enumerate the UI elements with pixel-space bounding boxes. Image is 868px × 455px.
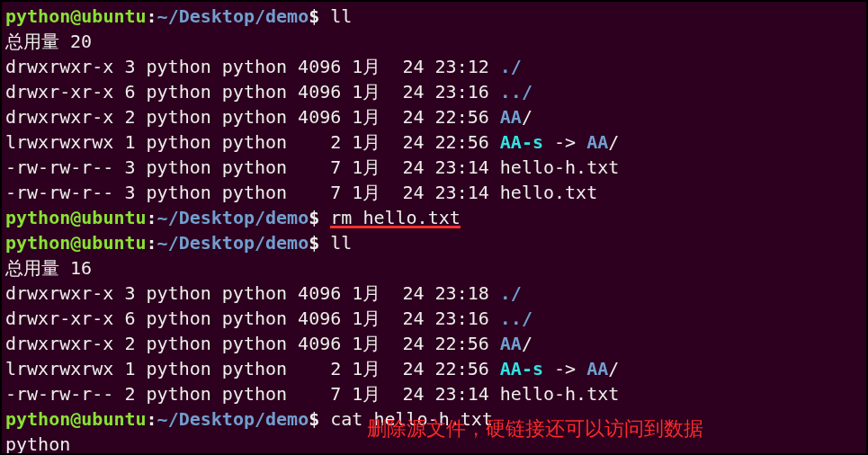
prompt-colon: :: [147, 232, 157, 254]
prompt-sigil: $: [309, 207, 319, 228]
list-item: drwxrwxr-x 2 python python 4096 1月 24 22…: [5, 331, 863, 356]
prompt-host: ubuntu: [81, 408, 146, 430]
command-text: ll: [330, 5, 352, 27]
list-item: lrwxrwxrwx 1 python python 2 1月 24 22:56…: [5, 356, 863, 381]
dir-name: ./: [500, 282, 522, 304]
file-name: hello-h.txt: [500, 156, 619, 178]
prompt-line: python@ubuntu:~/Desktop/demo$ rm hello.t…: [5, 205, 863, 230]
prompt-host: ubuntu: [81, 232, 146, 254]
prompt-line: python@ubuntu:~/Desktop/demo$ ll: [5, 4, 863, 29]
list-item: drwxrwxr-x 3 python python 4096 1月 24 23…: [5, 54, 863, 79]
list-item: lrwxrwxrwx 1 python python 2 1月 24 22:56…: [5, 129, 863, 155]
dir-name: ./: [500, 56, 522, 77]
symlink-target: AA: [586, 358, 608, 379]
prompt-sigil: $: [309, 232, 319, 254]
list-item: drwxrwxr-x 3 python python 4096 1月 24 23…: [5, 281, 863, 306]
prompt-user: python: [5, 207, 70, 228]
file-name: hello.txt: [500, 182, 597, 203]
symlink-name: AA-s: [500, 131, 543, 153]
file-name: hello-h.txt: [500, 383, 619, 405]
list-item: -rw-rw-r-- 2 python python 7 1月 24 23:14…: [5, 381, 863, 406]
prompt-user: python: [5, 232, 70, 254]
prompt-colon: :: [147, 408, 157, 430]
prompt-at: @: [70, 408, 81, 430]
dir-name: ../: [500, 308, 532, 329]
prompt-path: ~/Desktop/demo: [157, 5, 309, 27]
prompt-path: ~/Desktop/demo: [157, 408, 309, 430]
prompt-user: python: [5, 408, 70, 430]
dir-name: ../: [500, 81, 532, 103]
command-text-highlighted: rm hello.txt: [330, 210, 461, 228]
prompt-colon: :: [147, 5, 157, 27]
prompt-path: ~/Desktop/demo: [157, 232, 309, 254]
prompt-at: @: [70, 5, 81, 27]
list-item: drwxr-xr-x 6 python python 4096 1月 24 23…: [5, 306, 863, 331]
list-item: drwxrwxr-x 2 python python 4096 1月 24 22…: [5, 104, 863, 129]
terminal-output[interactable]: python@ubuntu:~/Desktop/demo$ ll总用量 20dr…: [0, 0, 868, 455]
list-item: -rw-rw-r-- 3 python python 7 1月 24 23:14…: [5, 180, 863, 205]
list-item: -rw-rw-r-- 3 python python 7 1月 24 23:14…: [5, 155, 863, 180]
prompt-user: python: [5, 5, 70, 27]
prompt-host: ubuntu: [81, 5, 146, 27]
prompt-sigil: $: [309, 5, 319, 27]
annotation-text: 删除源文件，硬链接还可以访问到数据: [367, 415, 703, 443]
prompt-colon: :: [147, 207, 157, 228]
prompt-host: ubuntu: [81, 207, 146, 228]
prompt-at: @: [70, 232, 81, 254]
prompt-at: @: [70, 207, 81, 228]
dir-name: AA: [500, 333, 522, 354]
listing-header: 总用量 16: [5, 255, 863, 281]
prompt-path: ~/Desktop/demo: [157, 207, 309, 228]
prompt-line: python@ubuntu:~/Desktop/demo$ ll: [5, 230, 863, 255]
list-item: drwxr-xr-x 6 python python 4096 1月 24 23…: [5, 79, 863, 104]
prompt-sigil: $: [309, 408, 319, 430]
symlink-target: AA: [586, 131, 608, 153]
dir-name: AA: [500, 106, 522, 128]
listing-header: 总用量 20: [5, 29, 863, 54]
command-text: ll: [330, 232, 352, 254]
symlink-name: AA-s: [500, 358, 543, 379]
